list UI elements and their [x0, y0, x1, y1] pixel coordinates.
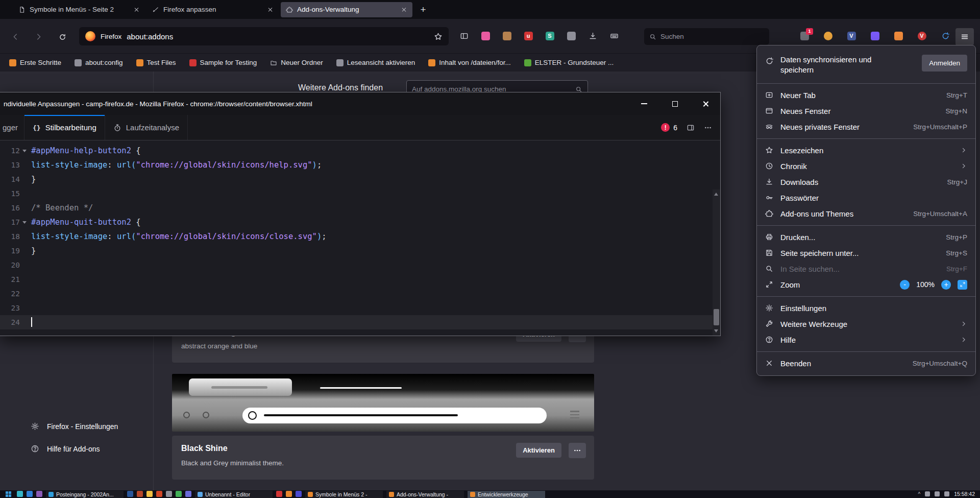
code-line[interactable]: 23 [0, 301, 720, 315]
taskbar-app-icon[interactable] [276, 491, 282, 497]
code-line[interactable]: 14} [0, 172, 720, 186]
browser-tab-symbole-in-menüs-seite-2[interactable]: Symbole in Menüs - Seite 2 [13, 2, 145, 17]
menu-item-zoom[interactable]: Zoom-100%+ [757, 277, 975, 293]
sidebar-item-firefox-settings[interactable]: Firefox - Einstellungen [31, 422, 118, 431]
pet-extension-icon[interactable] [501, 30, 512, 41]
taskbar-app-icon[interactable] [17, 491, 23, 497]
fullscreen-button[interactable] [958, 280, 967, 290]
tray-icon[interactable] [935, 491, 940, 496]
photos-extension-icon[interactable] [480, 30, 491, 41]
bookmark-star-icon[interactable] [434, 32, 443, 41]
new-tab-button[interactable]: + [415, 2, 431, 17]
menu-item-beenden[interactable]: BeendenStrg+Umschalt+Q [757, 355, 975, 371]
zoom-out-button[interactable]: - [900, 280, 910, 290]
taskbar-clock[interactable]: 15:58:42 [954, 491, 975, 497]
code-line[interactable]: 17#appMenu-quit-button2 { [0, 215, 720, 229]
bookmark-item-about-config[interactable]: about:config [75, 59, 123, 66]
tray-icon[interactable] [925, 491, 930, 496]
tab-close-icon[interactable] [401, 7, 407, 13]
bookmark-item-erste-schritte[interactable]: Erste Schritte [9, 59, 61, 66]
code-line[interactable]: 13list-style-image: url("chrome://global… [0, 158, 720, 172]
code-line[interactable]: 22 [0, 287, 720, 301]
tray-icon[interactable] [944, 491, 949, 496]
v-extension-icon[interactable]: V [846, 30, 857, 41]
taskbar-app-icon[interactable] [137, 491, 143, 497]
taskbar-app-icon[interactable] [176, 491, 182, 497]
back-button[interactable] [6, 28, 24, 45]
zoom-in-button[interactable]: + [941, 280, 951, 290]
taskbar-app-icon[interactable] [146, 491, 153, 497]
bookmark-item-leseansicht-aktivieren[interactable]: Leseansicht aktivieren [336, 59, 415, 66]
taskbar-window-entwicklerwerkzeuge[interactable]: Entwicklerwerkzeuge [468, 491, 545, 498]
code-line[interactable]: 12#appMenu-help-button2 { [0, 144, 720, 158]
menu-item-downloads[interactable]: DownloadsStrg+J [757, 174, 975, 190]
taskbar-app-icon[interactable] [156, 491, 162, 497]
sidebar-toggle-icon[interactable] [458, 30, 470, 41]
taskbar-app-icon[interactable] [185, 491, 191, 497]
menu-item-neuer-tab[interactable]: Neuer TabStrg+T [757, 87, 975, 103]
fold-caret-icon[interactable] [22, 150, 27, 152]
addon-card-black-shine[interactable]: Black Shine Black and Grey minimalist th… [172, 436, 594, 480]
browser-tab-add-ons-verwaltung[interactable]: Add-ons-Verwaltung [281, 2, 412, 17]
menu-item-neues-privates-fenster[interactable]: Neues privates FensterStrg+Umschalt+P [757, 119, 975, 135]
taskbar-app-icon[interactable] [36, 491, 42, 497]
browser-tab-firefox-anpassen[interactable]: Firefox anpassen [147, 2, 279, 17]
search-input[interactable] [660, 33, 764, 40]
split-pane-icon[interactable] [687, 124, 695, 132]
gray-extension-icon[interactable] [566, 30, 577, 41]
menu-item-seite-speichern-unter[interactable]: Seite speichern unter...Strg+S [757, 245, 975, 261]
scroll-down-arrow[interactable] [714, 329, 718, 333]
menu-item-passwörter[interactable]: Passwörter [757, 190, 975, 206]
devtools-titlebar[interactable]: ndividuelle Anpassungen - camp-firefox.d… [0, 92, 720, 115]
bookmark-item-neuer-ordner[interactable]: Neuer Ordner [270, 59, 323, 66]
scroll-up-arrow[interactable] [714, 193, 718, 196]
code-line[interactable]: 19} [0, 244, 720, 258]
video-extension-icon[interactable]: V [916, 30, 927, 41]
taskbar-window-add-ons-verwaltung[interactable]: Add-ons-Verwaltung - [386, 491, 464, 498]
taskbar-window-unbenannt-editor[interactable]: Unbenannt - Editor [195, 491, 273, 498]
activate-button[interactable]: Aktivieren [516, 443, 561, 458]
menu-item-einstellungen[interactable]: Einstellungen [757, 300, 975, 316]
taskbar-window-posteingang-2002an[interactable]: Posteingang - 2002An... [46, 491, 124, 498]
devtools-tab-performance[interactable]: Laufzeitanalyse [105, 115, 188, 140]
style-editor[interactable]: 12#appMenu-help-button2 {13list-style-im… [0, 141, 720, 336]
reload-button[interactable] [53, 28, 71, 45]
code-line[interactable]: 15 [0, 186, 720, 201]
tab-close-icon[interactable] [267, 7, 274, 13]
menu-item-in-seite-suchen[interactable]: In Seite suchen...Strg+F [757, 261, 975, 277]
more-options-button[interactable] [569, 443, 586, 458]
adblock-icon[interactable]: 1 [799, 30, 810, 41]
maximize-button[interactable] [667, 92, 682, 115]
editor-scrollbar[interactable] [713, 189, 720, 336]
menu-item-neues-fenster[interactable]: Neues FensterStrg+N [757, 103, 975, 119]
bookmark-item-test-files[interactable]: Test Files [136, 59, 176, 66]
scrollbar-thumb[interactable] [714, 309, 719, 325]
app-menu-button[interactable] [955, 28, 974, 45]
menu-item-drucken[interactable]: Drucken...Strg+P [757, 229, 975, 245]
taskbar-app-icon[interactable] [296, 491, 302, 497]
keyboard-icon[interactable] [608, 30, 620, 41]
close-button[interactable] [698, 92, 713, 115]
devtools-tab-debugger[interactable]: gger [0, 115, 24, 140]
cookie-extension-icon[interactable] [822, 30, 834, 41]
sign-in-button[interactable]: Anmelden [922, 55, 967, 72]
menu-item-chronik[interactable]: Chronik [757, 158, 975, 174]
lightning-extension-icon[interactable] [869, 30, 880, 41]
tray-expand-icon[interactable]: ^ [918, 491, 920, 497]
taskbar-window-symbole-in-menüs-2[interactable]: Symbole in Menüs 2 - [305, 491, 383, 498]
shortcuts-extension-icon[interactable]: S [544, 30, 555, 41]
menu-item-hilfe[interactable]: Hilfe [757, 332, 975, 348]
ublock-origin-icon[interactable]: u [523, 30, 534, 41]
error-count-badge[interactable]: ! 6 [661, 123, 677, 132]
taskbar-app-icon[interactable] [27, 491, 33, 497]
devtools-tab-style-editor[interactable]: Stilbearbeitung [24, 115, 105, 140]
minimize-button[interactable] [636, 92, 652, 115]
orange-extension-icon[interactable] [893, 30, 904, 41]
sidebar-item-addons-help[interactable]: Hilfe für Add-ons [31, 444, 100, 453]
fold-caret-icon[interactable] [22, 221, 27, 224]
code-line[interactable]: 16/* Beenden */ [0, 201, 720, 215]
search-bar[interactable] [644, 28, 769, 45]
taskbar-app-icon[interactable] [166, 491, 172, 497]
code-line[interactable]: 21 [0, 272, 720, 287]
code-line[interactable]: 24 [0, 315, 720, 329]
